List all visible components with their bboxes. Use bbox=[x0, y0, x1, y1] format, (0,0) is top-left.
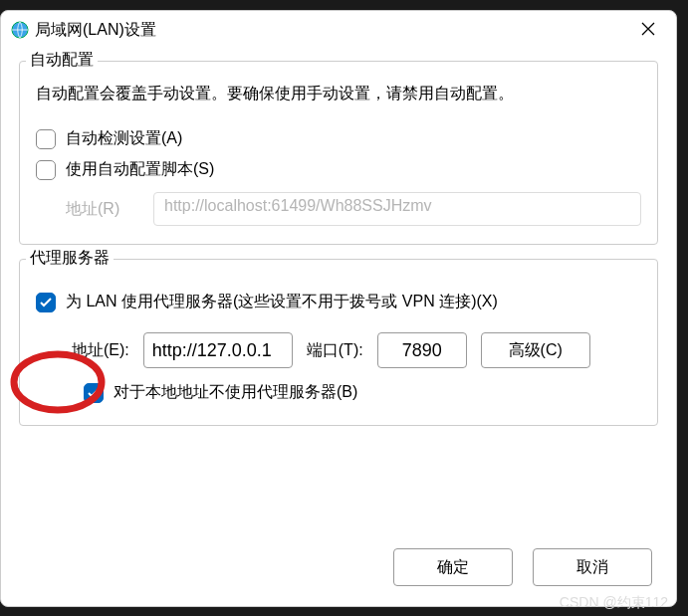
dialog-title: 局域网(LAN)设置 bbox=[35, 20, 630, 41]
advanced-button[interactable]: 高级(C) bbox=[481, 332, 590, 368]
auto-detect-row: 自动检测设置(A) bbox=[36, 128, 641, 149]
proxy-address-row: 地址(E): 端口(T): 高级(C) bbox=[72, 332, 641, 368]
script-address-input: http://localhost:61499/Wh88SSJHzmv bbox=[153, 192, 641, 226]
cancel-button[interactable]: 取消 bbox=[533, 548, 652, 586]
use-proxy-checkbox[interactable] bbox=[36, 293, 56, 312]
use-script-checkbox[interactable] bbox=[36, 160, 56, 180]
proxy-group-label: 代理服务器 bbox=[26, 248, 114, 269]
auto-config-desc: 自动配置会覆盖手动设置。要确保使用手动设置，请禁用自动配置。 bbox=[36, 84, 641, 104]
dialog-body: 自动配置 自动配置会覆盖手动设置。要确保使用手动设置，请禁用自动配置。 自动检测… bbox=[1, 49, 676, 548]
proxy-group: 代理服务器 为 LAN 使用代理服务器(这些设置不用于拨号或 VPN 连接)(X… bbox=[19, 259, 658, 426]
close-button[interactable] bbox=[630, 16, 666, 44]
auto-detect-checkbox[interactable] bbox=[36, 129, 56, 149]
titlebar: 局域网(LAN)设置 bbox=[1, 11, 676, 49]
auto-detect-label: 自动检测设置(A) bbox=[66, 128, 182, 149]
proxy-port-input[interactable] bbox=[377, 332, 467, 368]
script-address-label: 地址(R) bbox=[66, 199, 135, 220]
bypass-local-label: 对于本地地址不使用代理服务器(B) bbox=[114, 382, 357, 403]
close-icon bbox=[641, 20, 655, 41]
proxy-address-input[interactable] bbox=[143, 332, 293, 368]
auto-config-group-label: 自动配置 bbox=[26, 50, 98, 71]
use-proxy-row: 为 LAN 使用代理服务器(这些设置不用于拨号或 VPN 连接)(X) bbox=[36, 292, 641, 312]
dialog-footer: 确定 取消 bbox=[1, 548, 676, 606]
bypass-local-row: 对于本地地址不使用代理服务器(B) bbox=[84, 382, 641, 403]
globe-icon bbox=[11, 21, 29, 39]
proxy-address-label: 地址(E): bbox=[72, 340, 129, 361]
script-address-row: 地址(R) http://localhost:61499/Wh88SSJHzmv bbox=[66, 192, 641, 226]
ok-button[interactable]: 确定 bbox=[393, 548, 513, 586]
use-proxy-label: 为 LAN 使用代理服务器(这些设置不用于拨号或 VPN 连接)(X) bbox=[66, 292, 498, 312]
lan-settings-dialog: 局域网(LAN)设置 自动配置 自动配置会覆盖手动设置。要确保使用手动设置，请禁… bbox=[0, 10, 677, 607]
bypass-local-checkbox[interactable] bbox=[84, 383, 104, 403]
proxy-port-label: 端口(T): bbox=[307, 340, 363, 361]
use-script-label: 使用自动配置脚本(S) bbox=[66, 159, 214, 180]
auto-config-group: 自动配置 自动配置会覆盖手动设置。要确保使用手动设置，请禁用自动配置。 自动检测… bbox=[19, 61, 658, 245]
use-script-row: 使用自动配置脚本(S) bbox=[36, 159, 641, 180]
